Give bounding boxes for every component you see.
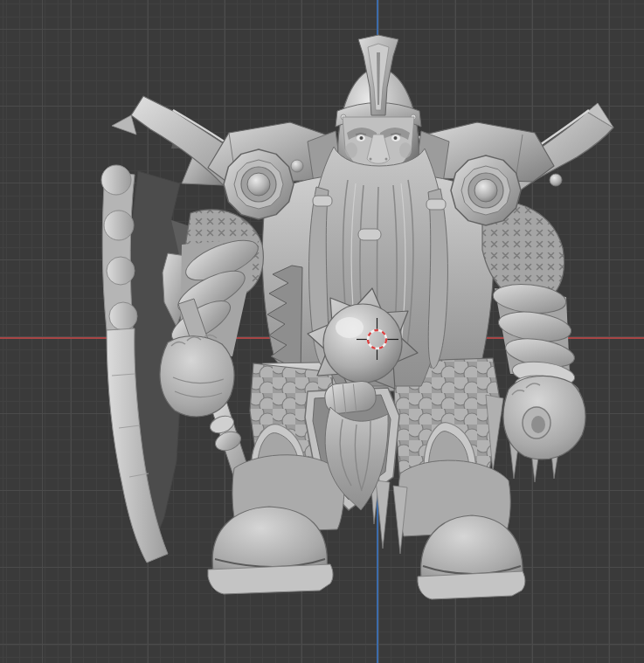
braid-ring <box>426 199 446 210</box>
leg-fringe <box>370 476 407 554</box>
braid-ring <box>358 229 381 240</box>
left-leg <box>208 455 344 594</box>
belly-sphere <box>323 304 402 383</box>
right-boot-sole <box>418 571 525 599</box>
left-boot-sole <box>208 564 333 594</box>
model-layer <box>0 0 644 663</box>
dwarf-model[interactable] <box>101 35 613 599</box>
right-arm <box>492 281 585 459</box>
braid-ring <box>313 196 332 206</box>
head <box>336 35 421 178</box>
left-fist <box>160 336 234 417</box>
rivet-ball <box>550 174 562 186</box>
rivet-ball <box>291 160 303 172</box>
right-leg <box>370 460 525 599</box>
3d-viewport[interactable] <box>0 0 644 663</box>
